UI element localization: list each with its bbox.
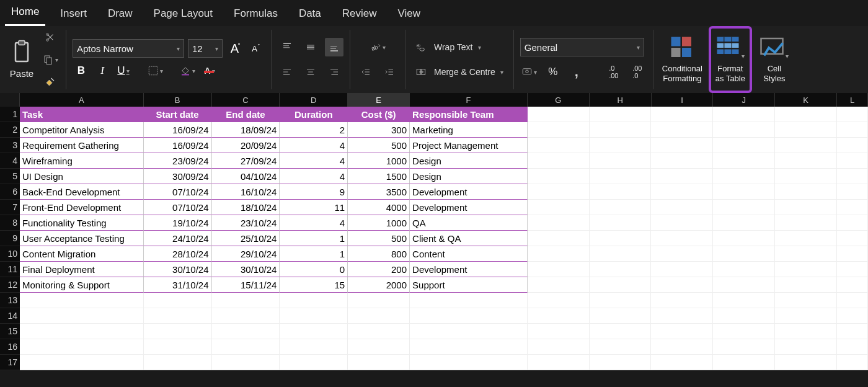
cell[interactable]: Functionality Testing <box>20 215 144 231</box>
font-size-combo[interactable]: 12▾ <box>188 39 223 58</box>
column-header-E[interactable]: E <box>348 93 410 107</box>
cell[interactable]: 2 <box>280 122 348 138</box>
cell[interactable]: 500 <box>348 231 410 246</box>
cell[interactable] <box>837 277 868 293</box>
tab-review[interactable]: Review <box>336 2 383 26</box>
cell[interactable] <box>528 169 590 184</box>
cell[interactable]: 1 <box>280 231 348 246</box>
cell[interactable] <box>280 293 348 308</box>
font-color-button[interactable]: A ▾ <box>200 61 219 80</box>
row-header[interactable]: 14 <box>0 308 20 324</box>
align-top-button[interactable] <box>278 38 296 56</box>
cell[interactable] <box>775 153 837 169</box>
align-bottom-button[interactable] <box>325 38 343 56</box>
cell[interactable] <box>590 215 652 231</box>
cell[interactable] <box>713 184 775 200</box>
fill-color-button[interactable]: ▾ <box>178 61 197 80</box>
copy-button[interactable]: ▾ <box>41 50 60 69</box>
cell[interactable]: 30/10/24 <box>144 262 212 277</box>
tab-page-layout[interactable]: Page Layout <box>148 2 219 26</box>
cell[interactable] <box>651 231 713 246</box>
cell[interactable] <box>590 184 652 200</box>
cell[interactable] <box>528 122 590 138</box>
cell[interactable] <box>212 324 280 339</box>
paste-button[interactable]: Paste <box>6 30 37 89</box>
cell[interactable] <box>528 339 590 355</box>
cell[interactable]: Duration <box>280 107 348 122</box>
row-header[interactable]: 11 <box>0 262 20 277</box>
cell[interactable]: 27/09/24 <box>212 153 280 169</box>
cell[interactable] <box>651 308 713 324</box>
cell[interactable] <box>651 246 713 262</box>
number-format-combo[interactable]: General▾ <box>520 38 644 56</box>
cell[interactable]: 9 <box>280 184 348 200</box>
cell[interactable]: Development <box>410 200 528 215</box>
cell[interactable] <box>775 246 837 262</box>
cell[interactable] <box>212 308 280 324</box>
tab-draw[interactable]: Draw <box>102 2 139 26</box>
cell[interactable] <box>713 153 775 169</box>
row-header[interactable]: 12 <box>0 277 20 293</box>
cell[interactable]: 19/10/24 <box>144 215 212 231</box>
cell[interactable]: 800 <box>348 246 410 262</box>
cell[interactable] <box>20 355 144 370</box>
column-header-L[interactable]: L <box>837 93 868 107</box>
cell[interactable]: Development <box>410 262 528 277</box>
column-header-I[interactable]: I <box>652 93 714 107</box>
cell[interactable] <box>212 355 280 370</box>
underline-button[interactable]: U▾ <box>115 62 132 79</box>
cell[interactable] <box>528 262 590 277</box>
cell[interactable] <box>651 324 713 339</box>
cell[interactable]: Support <box>410 277 528 293</box>
cell[interactable] <box>590 262 652 277</box>
cell[interactable]: 4 <box>280 215 348 231</box>
cell[interactable] <box>528 308 590 324</box>
cell[interactable] <box>590 324 652 339</box>
cell[interactable]: 16/09/24 <box>144 122 212 138</box>
cell[interactable] <box>20 308 144 324</box>
format-painter-button[interactable] <box>41 73 60 91</box>
cell[interactable] <box>775 262 837 277</box>
cell[interactable]: UI Design <box>20 169 144 184</box>
column-header-B[interactable]: B <box>144 93 212 107</box>
cell[interactable]: 28/10/24 <box>144 246 212 262</box>
cell[interactable] <box>590 200 652 215</box>
cell[interactable] <box>775 215 837 231</box>
row-header[interactable]: 13 <box>0 293 20 308</box>
cell[interactable] <box>212 293 280 308</box>
accounting-format-button[interactable]: ▾ <box>520 63 539 81</box>
cell[interactable] <box>651 293 713 308</box>
cell[interactable] <box>713 215 775 231</box>
cell[interactable]: 0 <box>280 262 348 277</box>
cell[interactable] <box>775 184 837 200</box>
bold-button[interactable]: B <box>73 62 90 79</box>
column-header-C[interactable]: C <box>212 93 280 107</box>
cell[interactable]: 07/10/24 <box>144 184 212 200</box>
cell[interactable] <box>528 138 590 153</box>
cell[interactable] <box>713 200 775 215</box>
cell[interactable]: 11 <box>280 200 348 215</box>
cell[interactable] <box>713 262 775 277</box>
row-header[interactable]: 10 <box>0 246 20 262</box>
cell[interactable] <box>651 169 713 184</box>
cell[interactable] <box>20 324 144 339</box>
cell[interactable]: 1500 <box>348 169 410 184</box>
cell[interactable] <box>837 339 868 355</box>
cell[interactable] <box>590 138 652 153</box>
cell[interactable] <box>651 277 713 293</box>
comma-format-button[interactable]: , <box>567 63 586 81</box>
cell[interactable] <box>651 184 713 200</box>
increase-indent-button[interactable] <box>380 63 399 81</box>
cell[interactable]: 25/10/24 <box>212 231 280 246</box>
orientation-button[interactable]: ab▾ <box>363 38 392 56</box>
cell[interactable] <box>144 293 212 308</box>
row-header[interactable]: 17 <box>0 355 20 370</box>
worksheet[interactable]: 1TaskStart dateEnd dateDurationCost ($)R… <box>0 107 868 370</box>
cell[interactable] <box>590 107 652 122</box>
cell[interactable] <box>713 339 775 355</box>
cell[interactable] <box>651 107 713 122</box>
cell[interactable]: 18/09/24 <box>212 122 280 138</box>
row-header[interactable]: 8 <box>0 215 20 231</box>
column-header-K[interactable]: K <box>775 93 837 107</box>
column-header-G[interactable]: G <box>528 93 590 107</box>
